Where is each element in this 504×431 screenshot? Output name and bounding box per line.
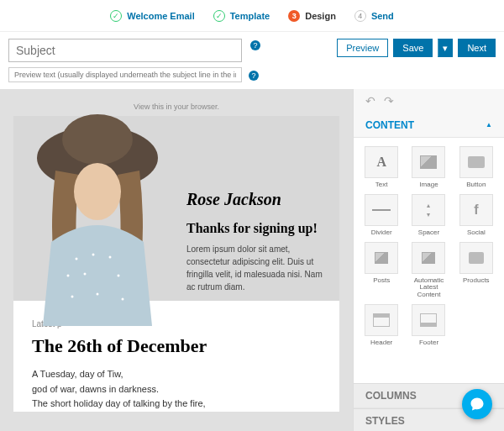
auto-content-icon [412, 242, 445, 274]
svg-point-9 [118, 275, 120, 277]
block-auto-latest[interactable]: Automatic Latest Content [407, 242, 449, 299]
step-number-icon: 3 [288, 10, 300, 22]
save-dropdown-button[interactable]: ▾ [438, 39, 453, 57]
preview-text-input[interactable] [8, 67, 242, 82]
redo-icon[interactable]: ↷ [384, 94, 394, 108]
svg-point-6 [109, 256, 112, 259]
preview-button[interactable]: Preview [337, 39, 388, 57]
next-button[interactable]: Next [458, 39, 496, 57]
step-welcome[interactable]: ✓Welcome Email [110, 10, 195, 22]
help-icon[interactable]: ? [249, 71, 259, 81]
thanks-heading: Thanks for signing up! [186, 221, 329, 236]
block-social[interactable]: fSocial [455, 194, 497, 237]
check-icon: ✓ [213, 10, 225, 22]
article-line: god of war, dawns in darkness. [32, 382, 321, 397]
image-icon [412, 146, 445, 178]
hero-block[interactable]: Rose Jackson Thanks for signing up! Lore… [13, 116, 339, 301]
sidebar: ↶ ↷ CONTENT ▲ AText Image Button Divider… [353, 89, 504, 431]
header-icon [365, 304, 398, 336]
article-line: A Tuesday, day of Tiw, [32, 367, 321, 382]
hero-body-text: Lorem ipsum dolor sit amet, consectetur … [186, 243, 329, 293]
posts-icon [365, 242, 398, 274]
article-line: The short holiday day of talking by the … [32, 397, 321, 412]
chat-icon [470, 397, 485, 412]
social-icon: f [459, 194, 493, 226]
block-header[interactable]: Header [360, 304, 402, 347]
svg-point-11 [97, 293, 99, 296]
svg-point-8 [84, 273, 87, 276]
svg-point-4 [76, 258, 78, 260]
email-canvas[interactable]: View this in your browser. Rose Jackson [0, 89, 353, 431]
save-button[interactable]: Save [393, 39, 433, 57]
block-divider[interactable]: Divider [360, 194, 402, 237]
help-icon[interactable]: ? [250, 40, 260, 50]
spacer-icon: ▴▾ [412, 194, 445, 226]
step-template[interactable]: ✓Template [213, 10, 270, 22]
footer-icon [412, 304, 445, 336]
divider-icon [365, 194, 398, 226]
preview-text-row: ? [0, 67, 504, 89]
block-products[interactable]: Products [455, 242, 497, 299]
signature-text: Rose Jackson [186, 190, 329, 209]
step-design[interactable]: 3Design [288, 10, 336, 22]
svg-point-10 [71, 296, 74, 298]
svg-point-5 [92, 254, 95, 256]
block-posts[interactable]: Posts [360, 242, 402, 299]
undo-icon[interactable]: ↶ [365, 94, 375, 108]
products-icon [459, 242, 493, 274]
svg-point-2 [62, 114, 133, 165]
svg-point-7 [67, 275, 70, 277]
block-button[interactable]: Button [455, 146, 497, 189]
step-send[interactable]: 4Send [354, 10, 394, 22]
block-footer[interactable]: Footer [407, 304, 449, 347]
block-image[interactable]: Image [407, 146, 449, 189]
article-title: The 26th of December [32, 335, 321, 357]
button-icon [459, 146, 493, 178]
block-text[interactable]: AText [360, 146, 402, 189]
step-number-icon: 4 [354, 10, 366, 22]
hero-photo [5, 91, 198, 326]
content-panel-header[interactable]: CONTENT ▲ [354, 113, 504, 138]
content-blocks-grid: AText Image Button Divider ▴▾Spacer fSoc… [354, 138, 504, 383]
block-spacer[interactable]: ▴▾Spacer [407, 194, 449, 237]
text-icon: A [365, 146, 398, 178]
help-fab[interactable] [462, 389, 492, 419]
subject-input[interactable] [8, 39, 242, 62]
toolbar: ? Preview Save ▾ Next [0, 32, 504, 67]
svg-point-3 [74, 163, 121, 220]
workspace: View this in your browser. Rose Jackson [0, 89, 504, 431]
svg-point-12 [122, 298, 124, 301]
wizard-stepper: ✓Welcome Email ✓Template 3Design 4Send [0, 0, 504, 32]
collapse-icon: ▲ [486, 121, 492, 129]
check-icon: ✓ [110, 10, 122, 22]
